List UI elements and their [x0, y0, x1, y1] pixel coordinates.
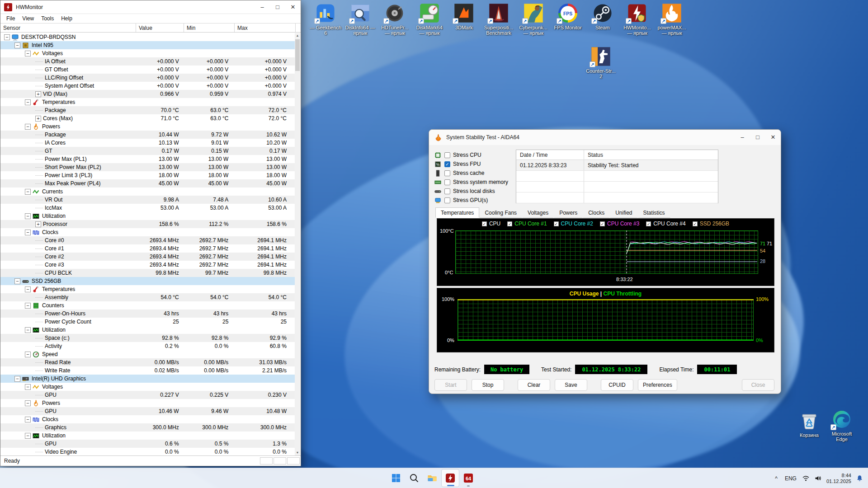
search-button[interactable] [405, 469, 423, 487]
tree-expander-icon[interactable]: − [25, 124, 31, 130]
desktop-icon[interactable]: ↗DiskInfo64 —ярлык [343, 3, 377, 36]
vertical-scrollbar[interactable]: ▲ ▼ [295, 33, 300, 455]
clear-button[interactable]: Clear [518, 379, 550, 391]
sensor-row[interactable]: LLC/Ring Offset+0.000 V+0.000 V+0.000 V [0, 74, 295, 82]
volume-icon[interactable] [814, 474, 822, 482]
sensor-row[interactable]: VR Out9.98 A7.48 A10.60 A [0, 196, 295, 204]
sensor-row[interactable]: GPU10.46 W9.46 W10.48 W [0, 407, 295, 415]
legend-checkbox[interactable]: ✓ [693, 221, 698, 226]
sensor-row[interactable]: Core #22693.4 MHz2692.7 MHz2694.1 MHz [0, 253, 295, 261]
tree-expander-icon[interactable]: − [14, 42, 20, 48]
tab-powers[interactable]: Powers [554, 207, 583, 218]
desktop-icon[interactable]: ↗Superpositi...Benchmark [481, 3, 516, 36]
scrollbar-thumb[interactable] [295, 39, 300, 71]
close-button[interactable]: ✕ [765, 131, 781, 143]
sensor-row[interactable]: IccMax53.00 A53.00 A53.00 A [0, 204, 295, 212]
sensor-row[interactable]: −Clocks [0, 228, 295, 236]
sensor-row[interactable]: −DESKTOP-BRDQSSN [0, 33, 295, 41]
tree-expander-icon[interactable]: − [25, 384, 31, 390]
sensor-row[interactable]: Package10.44 W9.72 W10.62 W [0, 131, 295, 139]
tree-expander-icon[interactable]: − [25, 352, 31, 357]
close-button[interactable]: Close [742, 379, 774, 391]
sensor-row[interactable]: Read Rate0.00 MB/s0.00 MB/s31.03 MB/s [0, 358, 295, 366]
sensor-row[interactable]: Power Max (PL1)13.00 W13.00 W13.00 W [0, 155, 295, 163]
desktop-icon[interactable]: ↗Cyberpunk...— ярлык [516, 3, 551, 36]
sensor-row[interactable]: Power Limit 3 (PL3)18.00 W18.00 W18.00 W [0, 171, 295, 179]
hwmonitor-titlebar[interactable]: HWMonitor – □ ✕ [0, 0, 301, 14]
stress-checkbox[interactable] [444, 170, 450, 176]
scroll-up-icon[interactable]: ▲ [295, 33, 300, 38]
sensor-row[interactable]: Video Engine0.0 %0.0 %0.0 % [0, 448, 295, 455]
menu-help[interactable]: Help [58, 14, 75, 23]
column-max[interactable]: Max [235, 23, 296, 32]
tab-cooling-fans[interactable]: Cooling Fans [479, 207, 522, 218]
taskbar-hwmonitor-button[interactable] [441, 469, 459, 487]
taskbar-clock[interactable]: 8:44 01.12.2025 [826, 473, 851, 484]
sensor-row[interactable]: −Speed [0, 350, 295, 358]
aida64-titlebar[interactable]: System Stability Test - AIDA64 – □ ✕ [429, 130, 781, 145]
desktop-icon[interactable]: ↗MicrosoftEdge [825, 409, 859, 442]
tab-unified[interactable]: Unified [610, 207, 637, 218]
column-status[interactable]: Status [584, 150, 718, 160]
file-explorer-button[interactable] [423, 469, 441, 487]
tree-expander-icon[interactable]: − [25, 327, 31, 333]
minimize-button[interactable]: – [735, 131, 750, 143]
sensor-row[interactable]: Power-On-Hours43 hrs43 hrs43 hrs [0, 310, 295, 318]
sensor-row[interactable]: Graphics300.0 MHz300.0 MHz300.0 MHz [0, 423, 295, 432]
tree-expander-icon[interactable]: − [4, 34, 10, 40]
legend-checkbox[interactable]: ✓ [482, 221, 487, 226]
tree-expander-icon[interactable]: + [35, 221, 41, 227]
stress-checkbox[interactable]: ✓ [444, 161, 450, 167]
sensor-row[interactable]: −Powers [0, 122, 295, 131]
tree-expander-icon[interactable]: + [35, 91, 41, 97]
tree-expander-icon[interactable]: + [35, 116, 41, 122]
event-log-row[interactable] [516, 192, 718, 203]
sensor-row[interactable]: −Utilization [0, 212, 295, 220]
sensor-row[interactable]: −SSD 256GB [0, 277, 295, 285]
sensor-row[interactable]: System Agent Offset+0.000 V+0.000 V+0.00… [0, 82, 295, 90]
sensor-row[interactable]: Max Peak Power (PL4)45.00 W45.00 W45.00 … [0, 179, 295, 188]
sensor-row[interactable]: +VID (Max)0.966 V0.959 V0.974 V [0, 90, 295, 98]
sensor-row[interactable]: −Powers [0, 399, 295, 407]
desktop-icon[interactable]: Корзина [792, 410, 826, 438]
tree-expander-icon[interactable]: − [25, 189, 31, 195]
sensor-row[interactable]: +Cores (Max)71.0 °C63.0 °C72.0 °C [0, 114, 295, 122]
stress-checkbox[interactable] [444, 188, 450, 194]
sensor-row[interactable]: −Voltages [0, 49, 295, 57]
tree-expander-icon[interactable]: − [25, 99, 31, 105]
column-sensor[interactable]: Sensor [0, 23, 136, 32]
cpuid-button[interactable]: CPUID [601, 379, 633, 391]
sensor-row[interactable]: IA Cores10.13 W9.01 W10.20 W [0, 139, 295, 147]
taskbar-aida64-button[interactable]: 64 [459, 469, 477, 487]
desktop-icon[interactable]: FPS↗FPS Monitor [551, 3, 585, 30]
tray-overflow-chevron[interactable]: ^ [773, 475, 779, 482]
desktop-icon[interactable]: ↗— Geekbench 6 [308, 3, 343, 36]
sensor-row[interactable]: IA Offset+0.000 V+0.000 V+0.000 V [0, 57, 295, 66]
stress-checkbox[interactable] [444, 197, 450, 203]
sensor-row[interactable]: −Currents [0, 188, 295, 196]
minimize-button[interactable]: – [255, 1, 270, 13]
language-indicator[interactable]: ENG [784, 475, 797, 482]
column-min[interactable]: Min [184, 23, 235, 32]
tree-expander-icon[interactable]: − [14, 278, 20, 284]
sensor-row[interactable]: −Utilization [0, 432, 295, 440]
close-button[interactable]: ✕ [285, 1, 301, 13]
menu-view[interactable]: View [19, 14, 37, 23]
menu-tools[interactable]: Tools [38, 14, 57, 23]
event-log-row[interactable] [516, 182, 718, 192]
legend-checkbox[interactable]: ✓ [507, 221, 512, 226]
sensor-row[interactable]: Write Rate0.02 MB/s0.00 MB/s2.21 MB/s [0, 366, 295, 375]
maximize-button[interactable]: □ [270, 1, 285, 13]
tab-temperatures[interactable]: Temperatures [435, 207, 479, 218]
legend-checkbox[interactable]: ✓ [646, 221, 651, 226]
desktop-icon[interactable]: ↗Steam [585, 3, 620, 30]
sensor-row[interactable]: Space (c:)92.8 %92.8 %92.9 % [0, 334, 295, 342]
start-button[interactable] [387, 469, 405, 487]
preferences-button[interactable]: Preferences [638, 379, 677, 391]
column-date-time[interactable]: Date / Time [516, 150, 584, 160]
legend-checkbox[interactable]: ✓ [600, 221, 605, 226]
sensor-row[interactable]: GPU0.6 %0.5 %1.3 % [0, 440, 295, 448]
menu-file[interactable]: File [3, 14, 18, 23]
stop-button[interactable]: Stop [472, 379, 504, 391]
sensor-row[interactable]: GT0.17 W0.15 W0.17 W [0, 147, 295, 155]
